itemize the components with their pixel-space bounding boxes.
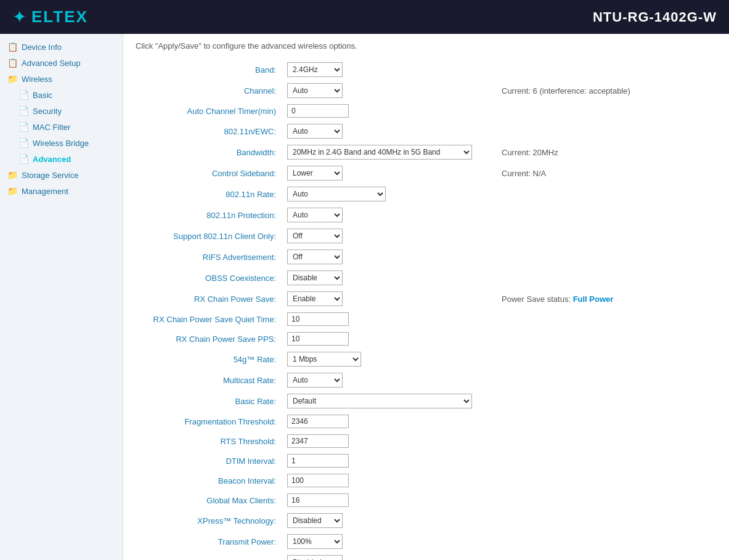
sidebar-icon-device-info: 📋	[7, 42, 18, 52]
input-cell-support-80211n-client: OffOn	[283, 225, 493, 246]
input-fragmentation-threshold[interactable]	[287, 415, 349, 428]
label-rx-chain-power-save-quiet: RX Chain Power Save Quiet Time:	[136, 309, 283, 329]
row-rx-chain-power-save-pps: RX Chain Power Save PPS:	[136, 329, 717, 349]
label-rifs-advertisement: RIFS Advertisement:	[136, 246, 283, 267]
label-multicast-rate: Multicast Rate:	[136, 370, 283, 391]
sidebar-label-security: Security	[33, 107, 62, 116]
row-basic-rate: Basic Rate:DefaultAll1-2 Mbps	[136, 391, 717, 412]
sidebar-item-device-info[interactable]: 📋Device Info	[0, 39, 123, 55]
label-bandwidth: Bandwidth:	[136, 142, 283, 163]
sidebar-item-management[interactable]: 📁Management	[0, 183, 123, 199]
select-xpress-technology[interactable]: DisabledEnabled	[287, 513, 343, 528]
extra-transmit-power	[493, 531, 717, 552]
sidebar-item-security[interactable]: 📄Security	[0, 103, 123, 119]
select-rifs-advertisement[interactable]: OffOn	[287, 250, 343, 264]
select-wmm[interactable]: DisabledEnabled	[287, 555, 343, 560]
extra-rx-chain-power-save-quiet	[493, 309, 717, 329]
logo-text: ELTEX	[31, 7, 88, 26]
row-rx-chain-power-save: RX Chain Power Save:EnableDisablePower S…	[136, 288, 717, 309]
input-cell-beacon-interval	[283, 471, 493, 490]
layout: 📋Device Info📋Advanced Setup📁Wireless📄Bas…	[0, 34, 729, 560]
input-beacon-interval[interactable]	[287, 474, 349, 487]
sidebar-item-wireless-bridge[interactable]: 📄Wireless Bridge	[0, 135, 123, 151]
input-cell-80211n-protection: AutoEnableDisable	[283, 205, 493, 225]
sidebar-label-wireless-bridge: Wireless Bridge	[33, 139, 89, 148]
select-80211n-protection[interactable]: AutoEnableDisable	[287, 208, 343, 222]
label-80211n-protection: 802.11n Protection:	[136, 205, 283, 225]
select-band[interactable]: 2.4GHz5GHz	[287, 62, 343, 77]
label-auto-channel-timer: Auto Channel Timer(min)	[136, 101, 283, 121]
extra-bandwidth: Current: 20MHz	[493, 142, 717, 163]
sidebar-label-advanced-setup: Advanced Setup	[22, 59, 80, 68]
input-cell-basic-rate: DefaultAll1-2 Mbps	[283, 391, 493, 412]
select-channel[interactable]: Auto123456	[287, 83, 343, 98]
input-cell-rts-threshold	[283, 431, 493, 451]
sidebar-item-advanced-setup[interactable]: 📋Advanced Setup	[0, 55, 123, 71]
label-xpress-technology: XPress™ Technology:	[136, 510, 283, 531]
select-control-sideband[interactable]: LowerUpper	[287, 166, 343, 181]
label-rts-threshold: RTS Threshold:	[136, 431, 283, 451]
sidebar-label-wireless: Wireless	[22, 75, 52, 84]
extra-obss-coexistence	[493, 267, 717, 288]
row-rts-threshold: RTS Threshold:	[136, 431, 717, 451]
extra-multicast-rate	[493, 370, 717, 391]
input-cell-multicast-rate: Auto	[283, 370, 493, 391]
row-channel: Channel:Auto123456Current: 6 (interferen…	[136, 80, 717, 101]
sidebar-label-management: Management	[22, 187, 68, 196]
input-dtim-interval[interactable]	[287, 454, 349, 468]
device-name: NTU-RG-1402G-W	[593, 9, 717, 25]
select-bandwidth[interactable]: 20MHz in 2.4G Band and 40MHz in 5G Band2…	[287, 145, 472, 160]
input-cell-dtim-interval	[283, 451, 493, 471]
label-80211n-rate: 802.11n Rate:	[136, 184, 283, 205]
select-basic-rate[interactable]: DefaultAll1-2 Mbps	[287, 394, 472, 408]
extra-fragmentation-threshold	[493, 412, 717, 431]
row-global-max-clients: Global Max Clients:	[136, 490, 717, 510]
input-rx-chain-power-save-quiet[interactable]	[287, 312, 349, 326]
select-support-80211n-client[interactable]: OffOn	[287, 229, 343, 243]
extra-ewc	[493, 121, 717, 142]
sidebar-icon-advanced-setup: 📋	[7, 58, 18, 68]
input-cell-band: 2.4GHz5GHz	[283, 59, 493, 80]
sidebar-item-wireless[interactable]: 📁Wireless	[0, 71, 123, 87]
input-cell-fragmentation-threshold	[283, 412, 493, 431]
sidebar-icon-wireless-bridge: 📄	[18, 138, 29, 148]
sidebar-item-basic[interactable]: 📄Basic	[0, 87, 123, 103]
extra-rx-chain-power-save-pps	[493, 329, 717, 349]
select-54g-rate[interactable]: 1 Mbps2 Mbps5.5 Mbps11 Mbps6 Mbps	[287, 352, 361, 367]
sidebar-icon-advanced: 📄	[18, 154, 29, 164]
extra-auto-channel-timer	[493, 101, 717, 121]
label-fragmentation-threshold: Fragmentation Threshold:	[136, 412, 283, 431]
input-rts-threshold[interactable]	[287, 434, 349, 448]
row-obss-coexistence: OBSS Coexistence:DisableEnable	[136, 267, 717, 288]
select-ewc[interactable]: AutoEnableDisable	[287, 124, 343, 139]
input-cell-transmit-power: 100%75%50%25%	[283, 531, 493, 552]
logo-area: ✦ ELTEX	[12, 7, 88, 27]
select-multicast-rate[interactable]: Auto	[287, 373, 343, 388]
label-support-80211n-client: Support 802.11n Client Only:	[136, 225, 283, 246]
row-rx-chain-power-save-quiet: RX Chain Power Save Quiet Time:	[136, 309, 717, 329]
sidebar-icon-storage-service: 📁	[7, 170, 18, 180]
extra-80211n-rate	[493, 184, 717, 205]
select-rx-chain-power-save[interactable]: EnableDisable	[287, 291, 343, 306]
sidebar-item-mac-filter[interactable]: 📄MAC Filter	[0, 119, 123, 135]
input-rx-chain-power-save-pps[interactable]	[287, 332, 349, 346]
row-beacon-interval: Beacon Interval:	[136, 471, 717, 490]
input-cell-wmm: DisabledEnabled	[283, 552, 493, 560]
select-transmit-power[interactable]: 100%75%50%25%	[287, 534, 343, 549]
row-control-sideband: Control Sideband:LowerUpperCurrent: N/A	[136, 163, 717, 184]
select-80211n-rate[interactable]: Auto	[287, 187, 386, 201]
sidebar-item-advanced[interactable]: 📄Advanced	[0, 151, 123, 167]
row-80211n-rate: 802.11n Rate:Auto	[136, 184, 717, 205]
input-auto-channel-timer[interactable]	[287, 104, 349, 118]
sidebar-item-storage-service[interactable]: 📁Storage Service	[0, 167, 123, 183]
sidebar-icon-security: 📄	[18, 106, 29, 116]
input-cell-global-max-clients	[283, 490, 493, 510]
extra-beacon-interval	[493, 471, 717, 490]
label-54g-rate: 54g™ Rate:	[136, 349, 283, 370]
label-ewc: 802.11n/EWC:	[136, 121, 283, 142]
sidebar-icon-wireless: 📁	[7, 74, 18, 84]
input-cell-rx-chain-power-save-pps	[283, 329, 493, 349]
input-cell-80211n-rate: Auto	[283, 184, 493, 205]
select-obss-coexistence[interactable]: DisableEnable	[287, 270, 343, 285]
input-global-max-clients[interactable]	[287, 493, 349, 507]
